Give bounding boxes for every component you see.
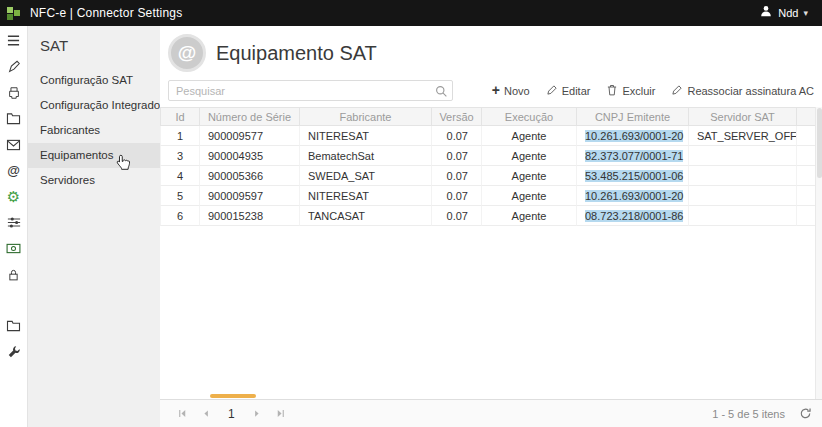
table-cell: Agente bbox=[482, 146, 577, 166]
pager-last-button[interactable] bbox=[269, 403, 293, 425]
column-header[interactable]: CNPJ Emitente bbox=[577, 107, 689, 126]
grid-area: IdNúmero de SérieFabricanteVersãoExecuçã… bbox=[160, 107, 822, 399]
column-header[interactable]: Id bbox=[160, 107, 200, 126]
horizontal-scrollbar-thumb[interactable] bbox=[210, 394, 256, 398]
app-window: NFC-e | Connector Settings Ndd ▾ @ ⚙ bbox=[0, 0, 822, 427]
delete-button[interactable]: Excluir bbox=[606, 84, 655, 98]
user-icon bbox=[759, 4, 773, 22]
table-cell: NITERESAT bbox=[300, 126, 432, 146]
table-row[interactable]: 3900004935BematechSat0.07Agente82.373.07… bbox=[160, 146, 822, 166]
table-cell: TANCASAT bbox=[300, 206, 432, 226]
pager-current-page[interactable]: 1 bbox=[218, 407, 245, 421]
app-title: NFC-e | Connector Settings bbox=[30, 6, 182, 20]
reassign-signature-button[interactable]: Reassociar assinatura AC bbox=[671, 84, 814, 98]
table-cell: 5 bbox=[160, 186, 200, 206]
selected-text: 08.723.218/0001-86 bbox=[585, 210, 683, 222]
edit-icon bbox=[546, 84, 558, 98]
table-cell bbox=[689, 166, 797, 186]
table-cell: 900009577 bbox=[200, 126, 300, 146]
table-row[interactable]: 1900009577NITERESAT0.07Agente10.261.693/… bbox=[160, 126, 822, 146]
page-at-icon: @ bbox=[168, 34, 206, 72]
table-cell: 900015238 bbox=[200, 206, 300, 226]
pen-icon[interactable] bbox=[6, 59, 22, 74]
table-cell: 0.07 bbox=[432, 166, 482, 186]
table-cell: 10.261.693/0001-20 bbox=[577, 186, 689, 206]
table-cell: 0.07 bbox=[432, 206, 482, 226]
icon-rail: @ ⚙ bbox=[0, 26, 28, 427]
table-cell: 900009597 bbox=[200, 186, 300, 206]
refresh-icon[interactable] bbox=[799, 407, 812, 420]
search-input[interactable] bbox=[168, 80, 453, 101]
page-header: @ Equipamento SAT bbox=[160, 26, 822, 76]
top-bar: NFC-e | Connector Settings Ndd ▾ bbox=[0, 0, 822, 26]
pager-first-button[interactable] bbox=[170, 403, 194, 425]
sidebar-item-servidores[interactable]: Servidores bbox=[28, 168, 160, 193]
banknote-icon[interactable] bbox=[6, 241, 22, 256]
sidebar-item-equipamentos[interactable]: Equipamentos bbox=[28, 143, 160, 168]
selected-text: 10.261.693/0001-20 bbox=[585, 190, 683, 202]
at-icon[interactable]: @ bbox=[6, 163, 22, 178]
sidebar-item-configura-o-sat[interactable]: Configuração SAT bbox=[28, 68, 160, 93]
pager-next-button[interactable] bbox=[245, 403, 269, 425]
table-cell: 53.485.215/0001-06 bbox=[577, 166, 689, 186]
menu-icon[interactable] bbox=[6, 33, 22, 48]
page-title: Equipamento SAT bbox=[216, 42, 377, 65]
table-cell: BematechSat bbox=[300, 146, 432, 166]
sidebar-item-configura-o-integrador[interactable]: Configuração Integrador bbox=[28, 93, 160, 118]
table-cell: SWEDA_SAT bbox=[300, 166, 432, 186]
printer-icon[interactable] bbox=[6, 85, 22, 100]
table-cell: 6 bbox=[160, 206, 200, 226]
pager: 1 1 - 5 de 5 itens bbox=[160, 399, 822, 427]
table-cell: Agente bbox=[482, 186, 577, 206]
column-header[interactable]: Número de Série bbox=[200, 107, 300, 126]
column-header[interactable]: Fabricante bbox=[300, 107, 432, 126]
equipment-table: IdNúmero de SérieFabricanteVersãoExecuçã… bbox=[160, 107, 822, 226]
wrench-icon[interactable] bbox=[6, 344, 22, 359]
table-cell: 10.261.693/0001-20 bbox=[577, 126, 689, 146]
envelope-icon[interactable] bbox=[6, 137, 22, 152]
column-header[interactable]: Servidor SAT bbox=[689, 107, 797, 126]
table-cell: 08.723.218/0001-86 bbox=[577, 206, 689, 226]
table-cell: 900004935 bbox=[200, 146, 300, 166]
pager-prev-button[interactable] bbox=[194, 403, 218, 425]
folder-icon[interactable] bbox=[6, 318, 22, 333]
vertical-scrollbar-thumb[interactable] bbox=[817, 108, 822, 178]
search-icon[interactable] bbox=[435, 84, 448, 102]
sidebar-items: Configuração SATConfiguração IntegradorF… bbox=[28, 68, 160, 193]
search-box bbox=[168, 80, 453, 101]
edit-button[interactable]: Editar bbox=[546, 84, 591, 98]
selected-text: 10.261.693/0001-20 bbox=[585, 130, 683, 142]
table-cell: 900005366 bbox=[200, 166, 300, 186]
new-button[interactable]: + Novo bbox=[492, 85, 530, 97]
table-cell bbox=[689, 206, 797, 226]
table-cell: Agente bbox=[482, 166, 577, 186]
table-row[interactable]: 4900005366SWEDA_SAT0.07Agente53.485.215/… bbox=[160, 166, 822, 186]
table-cell: 4 bbox=[160, 166, 200, 186]
gear-icon[interactable]: ⚙ bbox=[6, 189, 22, 204]
table-cell: NITERESAT bbox=[300, 186, 432, 206]
sidebar: SAT Configuração SATConfiguração Integra… bbox=[28, 26, 160, 427]
selected-text: 53.485.215/0001-06 bbox=[585, 170, 683, 182]
sidebar-title: SAT bbox=[28, 26, 160, 68]
table-body: 1900009577NITERESAT0.07Agente10.261.693/… bbox=[160, 126, 822, 226]
sidebar-item-fabricantes[interactable]: Fabricantes bbox=[28, 118, 160, 143]
lock-icon[interactable] bbox=[6, 267, 22, 282]
app-logo-icon bbox=[7, 6, 22, 21]
folder-open-icon[interactable] bbox=[6, 111, 22, 126]
table-cell: 0.07 bbox=[432, 146, 482, 166]
chevron-down-icon: ▾ bbox=[803, 8, 808, 18]
user-menu[interactable]: Ndd ▾ bbox=[759, 4, 822, 22]
table-cell: Agente bbox=[482, 206, 577, 226]
selected-text: 82.373.077/0001-71 bbox=[585, 150, 683, 162]
user-name: Ndd bbox=[778, 7, 798, 19]
main-content: @ Equipamento SAT + Novo bbox=[160, 26, 822, 427]
table-row[interactable]: 6900015238TANCASAT0.07Agente08.723.218/0… bbox=[160, 206, 822, 226]
table-cell bbox=[689, 186, 797, 206]
column-header[interactable]: Execução bbox=[482, 107, 577, 126]
table-cell: 1 bbox=[160, 126, 200, 146]
sliders-icon[interactable] bbox=[6, 215, 22, 230]
column-header[interactable]: Versão bbox=[432, 107, 482, 126]
plus-icon: + bbox=[492, 85, 500, 96]
table-row[interactable]: 5900009597NITERESAT0.07Agente10.261.693/… bbox=[160, 186, 822, 206]
vertical-scrollbar[interactable] bbox=[815, 107, 822, 399]
